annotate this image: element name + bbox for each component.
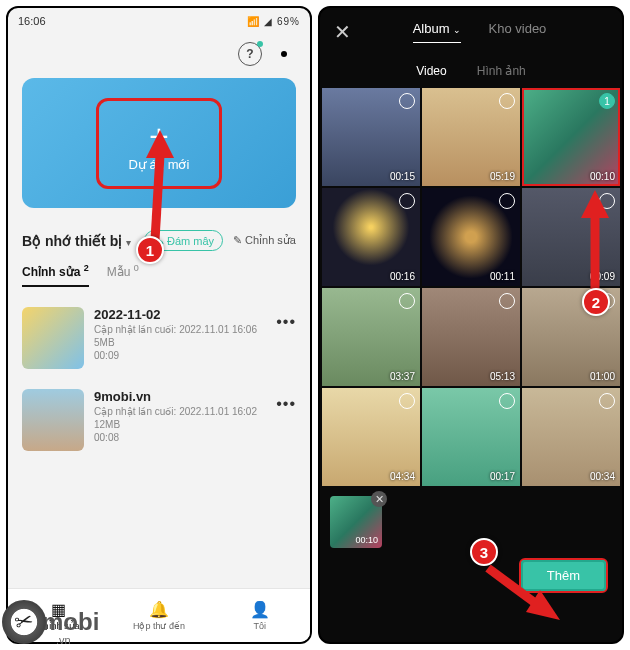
annotation-marker-3: 3	[470, 538, 498, 566]
status-bar: 16:06 📶 ◢ 69%	[8, 8, 310, 34]
media-cell[interactable]: 00:15	[322, 88, 420, 186]
status-icons: 📶 ◢ 69%	[247, 16, 300, 27]
settings-icon[interactable]	[272, 42, 296, 66]
project-duration: 00:08	[94, 432, 266, 443]
add-row: Thêm	[320, 552, 622, 605]
project-updated: Cập nhật lần cuối: 2022.11.01 16:06	[94, 324, 266, 335]
select-ring	[399, 193, 415, 209]
media-cell[interactable]: 00:16	[322, 188, 420, 286]
media-cell[interactable]: 00:09	[522, 188, 620, 286]
project-item[interactable]: 9mobi.vn Cập nhật lần cuối: 2022.11.01 1…	[22, 379, 296, 461]
project-thumbnail	[22, 307, 84, 369]
nav-inbox[interactable]: 🔔Hộp thư đến	[109, 589, 210, 642]
storage-title[interactable]: Bộ nhớ thiết bị▾	[22, 232, 131, 250]
remove-selection-icon[interactable]: ✕	[371, 491, 387, 507]
more-icon[interactable]: •••	[276, 307, 296, 331]
nav-me[interactable]: 👤Tôi	[209, 589, 310, 642]
select-ring	[599, 393, 615, 409]
new-project-card[interactable]: + Dự án mới	[22, 78, 296, 208]
project-duration: 00:09	[94, 350, 266, 361]
media-cell[interactable]: 03:37	[322, 288, 420, 386]
selected-thumb[interactable]: ✕ 00:10	[330, 496, 382, 548]
project-name: 9mobi.vn	[94, 389, 266, 404]
tab-edit[interactable]: Chỉnh sửa 2	[22, 263, 89, 287]
more-icon[interactable]: •••	[276, 389, 296, 413]
plus-icon: +	[129, 119, 190, 153]
select-ring	[599, 193, 615, 209]
pencil-icon: ✎	[233, 234, 242, 247]
project-item[interactable]: 2022-11-02 Cập nhật lần cuối: 2022.11.01…	[22, 297, 296, 379]
logo-circle: ✂	[2, 600, 46, 644]
chevron-down-icon: ▾	[126, 237, 131, 248]
media-grid: 00:15 05:19 100:10 00:16 00:11 00:09 03:…	[320, 88, 622, 486]
media-cell[interactable]: 00:17	[422, 388, 520, 486]
close-icon[interactable]: ✕	[334, 20, 351, 44]
project-list: 2022-11-02 Cập nhật lần cuối: 2022.11.01…	[8, 287, 310, 471]
tab-album[interactable]: Album⌄	[413, 21, 461, 43]
select-ring	[499, 393, 515, 409]
project-thumbnail	[22, 389, 84, 451]
project-size: 5MB	[94, 337, 266, 348]
project-size: 12MB	[94, 419, 266, 430]
scissor-icon: ✂	[12, 607, 36, 637]
media-cell[interactable]: 04:34	[322, 388, 420, 486]
project-updated: Cập nhật lần cuối: 2022.11.01 16:02	[94, 406, 266, 417]
selection-strip: ✕ 00:10	[320, 486, 622, 552]
bell-icon: 🔔	[149, 600, 169, 619]
select-ring	[399, 393, 415, 409]
left-phone-frame: 16:06 📶 ◢ 69% ? + Dự án mới Bộ nhớ thiết…	[6, 6, 312, 644]
media-cell[interactable]: 00:11	[422, 188, 520, 286]
select-ring	[399, 293, 415, 309]
media-subtabs: Video Hình ảnh	[320, 56, 622, 88]
new-project-highlight: + Dự án mới	[96, 98, 223, 189]
media-cell[interactable]: 05:13	[422, 288, 520, 386]
top-icons-row: ?	[8, 34, 310, 70]
new-project-label: Dự án mới	[129, 157, 190, 172]
project-name: 2022-11-02	[94, 307, 266, 322]
select-ring	[399, 93, 415, 109]
add-button[interactable]: Thêm	[519, 558, 608, 593]
help-icon[interactable]: ?	[238, 42, 262, 66]
select-badge: 1	[599, 93, 615, 109]
subtab-image[interactable]: Hình ảnh	[477, 64, 526, 78]
chevron-down-icon: ⌄	[453, 25, 461, 35]
annotation-marker-1: 1	[136, 236, 164, 264]
svg-point-0	[281, 51, 287, 57]
selected-duration: 00:10	[355, 535, 378, 545]
select-ring	[499, 293, 515, 309]
select-ring	[499, 93, 515, 109]
picker-header: ✕ Album⌄ Kho video	[320, 8, 622, 56]
edit-list-link[interactable]: ✎Chỉnh sửa	[233, 234, 296, 247]
annotation-marker-2: 2	[582, 288, 610, 316]
person-icon: 👤	[250, 600, 270, 619]
project-tabs: Chỉnh sửa 2 Mẫu 0	[8, 257, 310, 287]
media-cell[interactable]: 05:19	[422, 88, 520, 186]
media-cell-selected[interactable]: 100:10	[522, 88, 620, 186]
select-ring	[499, 193, 515, 209]
media-cell[interactable]: 00:34	[522, 388, 620, 486]
tab-template[interactable]: Mẫu 0	[107, 263, 139, 287]
watermark-logo: ✂ mobi	[2, 600, 99, 644]
status-time: 16:06	[18, 15, 46, 27]
notification-dot	[257, 41, 263, 47]
logo-text: mobi	[42, 608, 99, 636]
subtab-video[interactable]: Video	[416, 64, 446, 78]
tab-stock[interactable]: Kho video	[489, 21, 547, 43]
